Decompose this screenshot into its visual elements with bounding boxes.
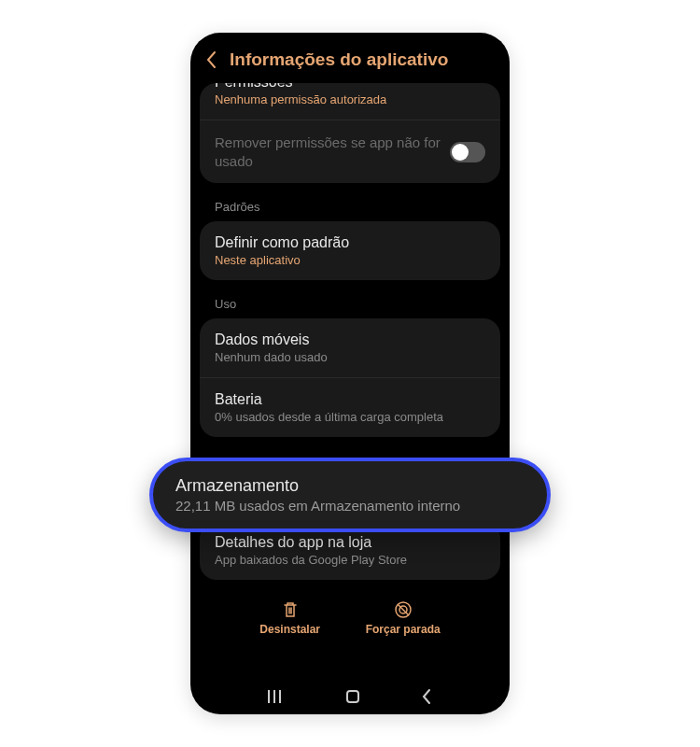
store-title: Detalhes do app na loja [215, 534, 485, 551]
mobile-data-subtitle: Nenhum dado usado [215, 350, 485, 364]
usage-card: Dados móveis Nenhum dado usado Bateria 0… [200, 318, 500, 437]
phone-frame: Informações do aplicativo Permissões Nen… [190, 33, 510, 714]
trash-icon [282, 600, 299, 619]
back-icon[interactable] [205, 50, 217, 69]
storage-row-highlighted[interactable]: Armazenamento 22,11 MB usados em Armazen… [149, 458, 551, 532]
remove-permissions-row[interactable]: Remover permissões se app não for usado [200, 120, 500, 183]
battery-title: Bateria [215, 391, 485, 408]
set-default-row[interactable]: Definir como padrão Neste aplicativo [200, 221, 500, 280]
remove-permissions-toggle[interactable] [450, 142, 485, 162]
nav-back-button[interactable] [421, 688, 432, 705]
page-title: Informações do aplicativo [230, 49, 448, 70]
force-stop-button[interactable]: Forçar parada [366, 600, 441, 636]
nav-recent-button[interactable] [268, 690, 285, 703]
permissions-row[interactable]: Permissões Nenhuma permissão autorizada [200, 83, 500, 120]
mobile-data-row[interactable]: Dados móveis Nenhum dado usado [200, 318, 500, 378]
app-header: Informações do aplicativo [190, 33, 510, 83]
set-default-subtitle: Neste aplicativo [215, 253, 485, 267]
uninstall-label: Desinstalar [259, 623, 320, 636]
set-default-title: Definir como padrão [215, 234, 485, 251]
uninstall-button[interactable]: Desinstalar [259, 600, 320, 636]
toggle-thumb [452, 144, 469, 161]
usage-section-label: Uso [200, 289, 500, 318]
content-area: Permissões Nenhuma permissão autorizada … [190, 83, 510, 643]
storage-subtitle: 22,11 MB usados em Armazenamento interno [175, 498, 525, 514]
defaults-section-label: Padrões [200, 192, 500, 221]
permissions-card: Permissões Nenhuma permissão autorizada … [200, 83, 500, 183]
remove-permissions-label: Remover permissões se app não for usado [215, 134, 441, 170]
mobile-data-title: Dados móveis [215, 331, 485, 348]
storage-title: Armazenamento [175, 476, 525, 496]
force-stop-label: Forçar parada [366, 623, 441, 636]
battery-row[interactable]: Bateria 0% usados desde a última carga c… [200, 378, 500, 437]
store-subtitle: App baixados da Google Play Store [215, 553, 485, 567]
stop-icon [394, 600, 413, 619]
nav-home-button[interactable] [346, 690, 359, 703]
permissions-subtitle: Nenhuma permissão autorizada [215, 92, 485, 106]
permissions-title: Permissões [215, 83, 293, 91]
bottom-actions: Desinstalar Forçar parada [200, 589, 500, 643]
defaults-card: Definir como padrão Neste aplicativo [200, 221, 500, 280]
system-nav-bar [190, 675, 510, 714]
battery-subtitle: 0% usados desde a última carga completa [215, 410, 485, 424]
